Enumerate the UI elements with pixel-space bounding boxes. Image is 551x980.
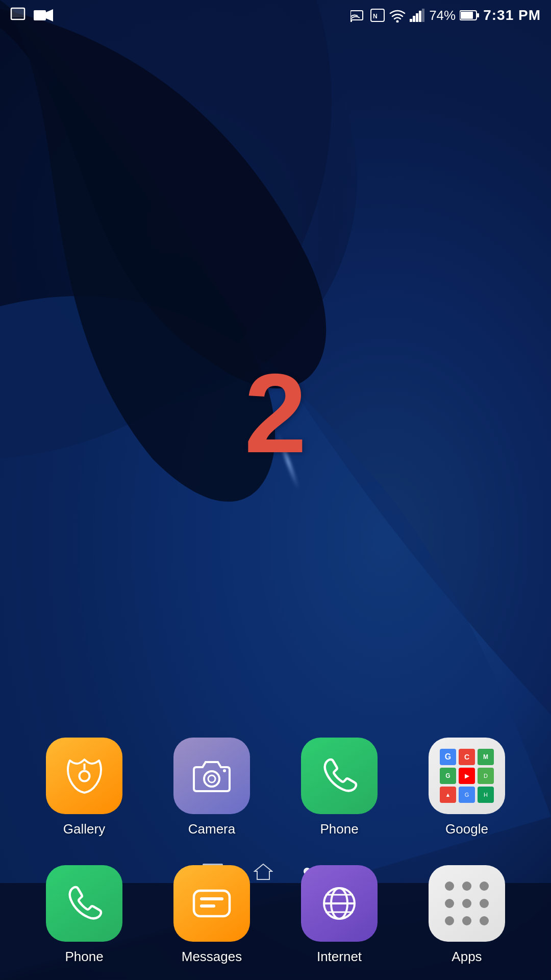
svg-marker-4 (46, 9, 53, 21)
phone-label: Phone (320, 821, 358, 837)
google-grid: G C M G ▶ D ▲ G H (430, 739, 504, 813)
status-left-icons (10, 6, 53, 24)
dock-messages[interactable]: Messages (173, 865, 250, 965)
svg-rect-16 (461, 12, 473, 19)
app-google[interactable]: G C M G ▶ D ▲ G H Google (429, 738, 505, 837)
dock-phone[interactable]: Phone (46, 865, 122, 965)
svg-rect-17 (477, 13, 479, 17)
svg-rect-11 (413, 16, 415, 22)
dock: Phone Messages Internet (0, 865, 551, 965)
dock-phone-icon[interactable] (46, 865, 122, 942)
dock-messages-label: Messages (182, 949, 242, 965)
page-number: 2 (244, 357, 307, 470)
svg-rect-12 (416, 13, 418, 22)
svg-point-20 (204, 771, 219, 787)
gallery-label: Gallery (63, 821, 105, 837)
svg-point-22 (223, 769, 226, 772)
phone-icon[interactable] (301, 738, 378, 814)
status-bar: N 74% 7:31 PM (0, 0, 551, 31)
signal-icon (410, 9, 425, 22)
svg-rect-26 (194, 891, 230, 916)
google-folder-icon[interactable]: G C M G ▶ D ▲ G H (429, 738, 505, 814)
camera-icon[interactable] (173, 738, 250, 814)
home-app-grid: Gallery Camera Phone G C (0, 738, 551, 837)
nfc-icon: N (370, 8, 385, 22)
clock: 7:31 PM (483, 7, 541, 23)
svg-rect-27 (200, 897, 223, 900)
dock-internet-label: Internet (317, 949, 362, 965)
svg-rect-3 (34, 10, 46, 20)
dock-phone-label: Phone (65, 949, 103, 965)
battery-percent: 74% (429, 8, 456, 23)
svg-rect-28 (200, 904, 215, 908)
svg-rect-13 (419, 11, 421, 22)
app-gallery[interactable]: Gallery (46, 738, 122, 837)
svg-point-21 (208, 775, 215, 782)
app-phone[interactable]: Phone (301, 738, 378, 837)
dock-apps-icon[interactable] (429, 865, 505, 942)
dock-apps-label: Apps (452, 949, 482, 965)
svg-rect-2 (12, 9, 23, 17)
dock-messages-icon[interactable] (173, 865, 250, 942)
status-right-icons: N 74% 7:31 PM (350, 7, 541, 23)
video-icon (34, 8, 53, 22)
gallery-icon[interactable] (46, 738, 122, 814)
svg-rect-10 (410, 19, 412, 22)
wifi-icon (389, 8, 406, 22)
cast-icon (350, 9, 366, 22)
google-label: Google (445, 821, 488, 837)
dock-apps[interactable]: Apps (429, 865, 505, 965)
dock-internet[interactable]: Internet (301, 865, 378, 965)
svg-point-9 (396, 20, 399, 23)
svg-point-18 (79, 771, 89, 781)
battery-icon (460, 10, 479, 21)
apps-grid-dots (430, 866, 504, 941)
camera-label: Camera (188, 821, 235, 837)
svg-text:N: N (373, 13, 378, 20)
screenshot-icon (10, 6, 29, 24)
dock-internet-icon[interactable] (301, 865, 378, 942)
svg-rect-14 (422, 9, 424, 22)
app-camera[interactable]: Camera (173, 738, 250, 837)
